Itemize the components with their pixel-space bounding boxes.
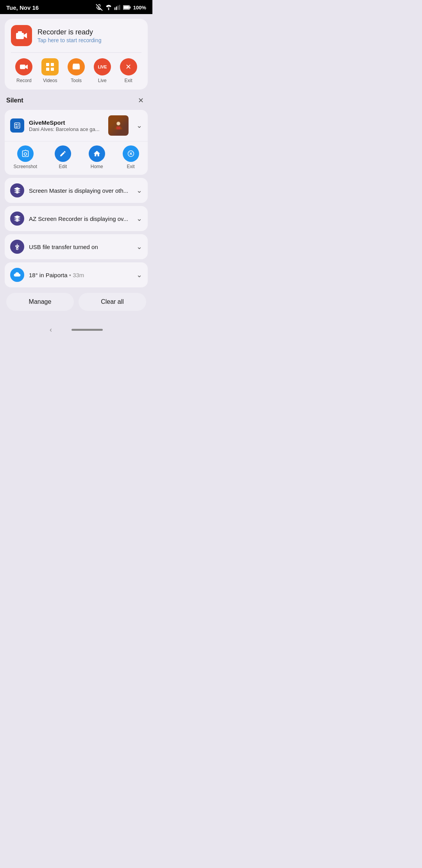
tools-icon <box>68 58 85 75</box>
weather-notification[interactable]: 18° in Paiporta • 33m ⌄ <box>5 262 148 287</box>
signal-icon <box>114 5 121 10</box>
svg-rect-19 <box>18 124 19 124</box>
edit-icon <box>55 145 71 162</box>
sports-image-icon <box>113 120 124 131</box>
status-time: Tue, Nov 16 <box>6 4 39 11</box>
usb-notification[interactable]: USB file transfer turned on ⌄ <box>5 234 148 259</box>
record-icon <box>15 58 32 75</box>
videos-label: Videos <box>43 78 57 83</box>
svg-rect-2 <box>114 7 115 10</box>
live-label: Live <box>98 78 107 83</box>
recorder-title: Recorder is ready <box>38 28 101 36</box>
screenshot-action[interactable]: Screenshot <box>13 145 37 169</box>
svg-rect-21 <box>16 126 19 127</box>
status-bar: Tue, Nov 16 100% <box>0 0 152 14</box>
tools-action[interactable]: Tools <box>68 58 85 83</box>
bottom-buttons: Manage Clear all <box>5 291 148 312</box>
battery-percent: 100% <box>133 5 146 11</box>
svg-rect-13 <box>51 63 54 66</box>
weather-icon <box>10 268 24 282</box>
home-label: Home <box>91 164 103 169</box>
azrecorder-expand-icon[interactable]: ⌄ <box>136 214 142 223</box>
svg-rect-15 <box>51 68 54 71</box>
svg-rect-11 <box>20 65 25 69</box>
exit-label: Exit <box>125 78 132 83</box>
pencil-icon <box>59 150 66 157</box>
notif-exit-label: Exit <box>127 164 135 169</box>
tools-label: Tools <box>71 78 82 83</box>
exit-action[interactable]: ✕ Exit <box>120 58 137 83</box>
back-button[interactable]: ‹ <box>50 326 52 334</box>
svg-point-26 <box>24 153 27 156</box>
svg-point-30 <box>16 248 18 250</box>
givemesport-row[interactable]: GiveMeSport Dani Alves: Barcelona ace ga… <box>5 110 148 141</box>
manage-button[interactable]: Manage <box>6 293 74 311</box>
svg-rect-9 <box>16 33 24 39</box>
wifi-icon <box>105 5 112 10</box>
svg-rect-8 <box>123 6 129 9</box>
recorder-app-icon <box>11 25 32 46</box>
record-label: Record <box>16 78 32 83</box>
live-action[interactable]: LIVE Live <box>94 58 111 83</box>
status-icons: 100% <box>96 4 146 11</box>
silent-close-button[interactable]: ✕ <box>135 95 146 106</box>
main-content: Recorder is ready Tap here to start reco… <box>0 14 152 320</box>
screenmaster-expand-icon[interactable]: ⌄ <box>136 186 142 195</box>
weather-expand-icon[interactable]: ⌄ <box>136 271 142 279</box>
recorder-text: Recorder is ready Tap here to start reco… <box>38 28 101 43</box>
newspaper-icon <box>14 122 21 129</box>
svg-point-16 <box>75 66 77 68</box>
svg-rect-18 <box>16 124 17 125</box>
az-layers-icon <box>13 215 21 222</box>
screenshot-icon <box>17 145 34 162</box>
givemesport-text: GiveMeSport Dani Alves: Barcelona ace ga… <box>29 119 104 132</box>
home-pill[interactable] <box>72 329 103 331</box>
usb-device-icon <box>14 243 21 250</box>
screenmaster-icon <box>10 183 24 197</box>
silent-label: Silent <box>6 97 23 104</box>
videos-action[interactable]: Videos <box>41 58 59 83</box>
weather-text: 18° in Paiporta • 33m <box>29 272 129 278</box>
svg-rect-14 <box>46 68 49 71</box>
usb-icon <box>10 240 24 254</box>
edit-action[interactable]: Edit <box>55 145 71 169</box>
home-icon <box>89 145 105 162</box>
recorder-card: Recorder is ready Tap here to start reco… <box>5 19 148 90</box>
svg-point-25 <box>117 122 120 125</box>
notif-exit-action[interactable]: Exit <box>123 145 139 169</box>
camera-action-icon <box>21 150 29 158</box>
layers-icon <box>13 187 21 194</box>
mute-icon <box>96 4 103 11</box>
svg-point-1 <box>108 9 109 10</box>
silent-section: Silent ✕ GiveMeSport Dan <box>5 93 148 287</box>
svg-rect-22 <box>16 127 18 127</box>
battery-icon <box>123 5 131 10</box>
recorder-header[interactable]: Recorder is ready Tap here to start reco… <box>11 25 141 46</box>
svg-rect-24 <box>116 127 120 130</box>
svg-rect-7 <box>129 7 131 9</box>
givemesport-expand-icon[interactable]: ⌄ <box>136 121 142 130</box>
record-action[interactable]: Record <box>15 58 32 83</box>
nav-bar: ‹ <box>0 320 152 341</box>
svg-rect-3 <box>116 7 117 10</box>
exit-icon: ✕ <box>120 58 137 75</box>
givemesport-thumbnail <box>108 115 129 136</box>
svg-rect-10 <box>18 31 22 33</box>
screenmaster-text: Screen Master is displaying over oth... <box>29 187 129 194</box>
azrecorder-notification[interactable]: AZ Screen Recorder is displaying ov... ⌄ <box>5 206 148 231</box>
givemesport-actions: Screenshot Edit <box>5 141 148 175</box>
azrecorder-icon <box>10 212 24 226</box>
clear-all-button[interactable]: Clear all <box>79 293 146 311</box>
usb-expand-icon[interactable]: ⌄ <box>136 242 142 251</box>
silent-header: Silent ✕ <box>5 93 148 110</box>
home-action[interactable]: Home <box>89 145 105 169</box>
recorder-actions: Record Videos <box>11 58 141 83</box>
usb-text: USB file transfer turned on <box>29 244 129 250</box>
azrecorder-text: AZ Screen Recorder is displaying ov... <box>29 215 129 222</box>
camera-icon <box>16 31 27 40</box>
givemesport-title: GiveMeSport <box>29 119 104 126</box>
givemesport-icon <box>10 118 24 133</box>
svg-rect-5 <box>119 5 120 10</box>
notif-exit-icon <box>123 145 139 162</box>
screenmaster-notification[interactable]: Screen Master is displaying over oth... … <box>5 178 148 203</box>
